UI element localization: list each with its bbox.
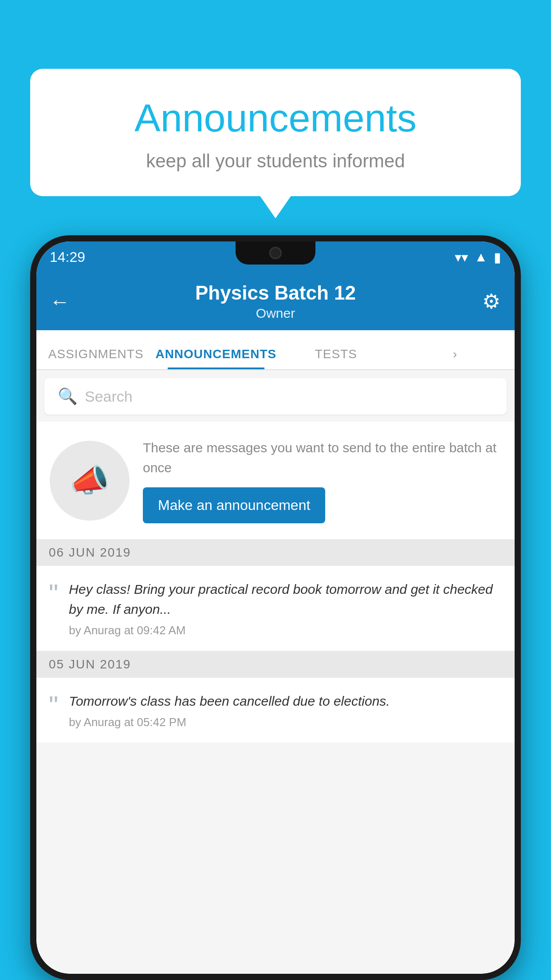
- promo-text-block: These are messages you want to send to t…: [143, 438, 501, 523]
- announcement-meta-1: by Anurag at 09:42 AM: [69, 624, 502, 637]
- announcement-message-2: Tomorrow's class has been cancelled due …: [69, 691, 502, 711]
- tab-tests[interactable]: TESTS: [276, 347, 395, 369]
- search-placeholder: Search: [85, 388, 133, 405]
- announcement-item-1[interactable]: " Hey class! Bring your practical record…: [36, 566, 515, 651]
- tab-more[interactable]: ›: [396, 347, 515, 369]
- phone-content: 🔍 Search 📣 These are messages you want t…: [36, 370, 515, 974]
- header-title-block: Physics Batch 12 Owner: [195, 282, 356, 321]
- search-icon: 🔍: [58, 387, 78, 406]
- front-camera: [269, 247, 282, 259]
- announcement-message-1: Hey class! Bring your practical record b…: [69, 579, 502, 619]
- announcement-text-1: Hey class! Bring your practical record b…: [69, 579, 502, 637]
- volume-up-button: [30, 366, 34, 406]
- settings-icon[interactable]: ⚙: [482, 289, 500, 313]
- quote-icon-2: ": [49, 694, 58, 718]
- wifi-icon: ▾▾: [455, 249, 468, 265]
- speech-bubble: Announcements keep all your students inf…: [30, 69, 521, 196]
- search-bar[interactable]: 🔍 Search: [44, 378, 507, 415]
- signal-icon: ▲: [474, 249, 488, 265]
- speech-bubble-subtitle: keep all your students informed: [66, 150, 485, 172]
- back-button[interactable]: ←: [50, 291, 70, 312]
- speech-bubble-title: Announcements: [66, 95, 485, 141]
- promo-card: 📣 These are messages you want to send to…: [36, 422, 515, 539]
- tabs-bar: ASSIGNMENTS ANNOUNCEMENTS TESTS ›: [36, 330, 515, 370]
- announcement-text-2: Tomorrow's class has been cancelled due …: [69, 691, 502, 729]
- battery-icon: ▮: [494, 249, 501, 265]
- app-header: ← Physics Batch 12 Owner ⚙: [36, 273, 515, 330]
- quote-icon-1: ": [49, 582, 58, 606]
- announcement-item-2[interactable]: " Tomorrow's class has been cancelled du…: [36, 678, 515, 743]
- megaphone-icon: 📣: [70, 462, 110, 499]
- batch-title: Physics Batch 12: [195, 282, 356, 304]
- tab-announcements[interactable]: ANNOUNCEMENTS: [155, 347, 276, 369]
- date-separator-2: 05 JUN 2019: [36, 651, 515, 678]
- promo-icon-circle: 📣: [50, 441, 130, 521]
- tab-assignments[interactable]: ASSIGNMENTS: [36, 347, 155, 369]
- make-announcement-button[interactable]: Make an announcement: [143, 487, 325, 523]
- status-time: 14:29: [50, 249, 85, 265]
- phone-notch: [236, 241, 315, 265]
- volume-down-button: [30, 415, 34, 454]
- user-role-label: Owner: [195, 306, 356, 321]
- announcement-meta-2: by Anurag at 05:42 PM: [69, 715, 502, 729]
- date-separator-1: 06 JUN 2019: [36, 539, 515, 566]
- phone-screen: 14:29 ▾▾ ▲ ▮ ← Physics Batch 12 Owner ⚙ …: [36, 241, 515, 974]
- speech-bubble-container: Announcements keep all your students inf…: [30, 69, 521, 196]
- promo-description: These are messages you want to send to t…: [143, 438, 501, 478]
- phone-frame: 14:29 ▾▾ ▲ ▮ ← Physics Batch 12 Owner ⚙ …: [30, 235, 521, 980]
- status-icons: ▾▾ ▲ ▮: [455, 249, 501, 265]
- power-button: [517, 383, 521, 441]
